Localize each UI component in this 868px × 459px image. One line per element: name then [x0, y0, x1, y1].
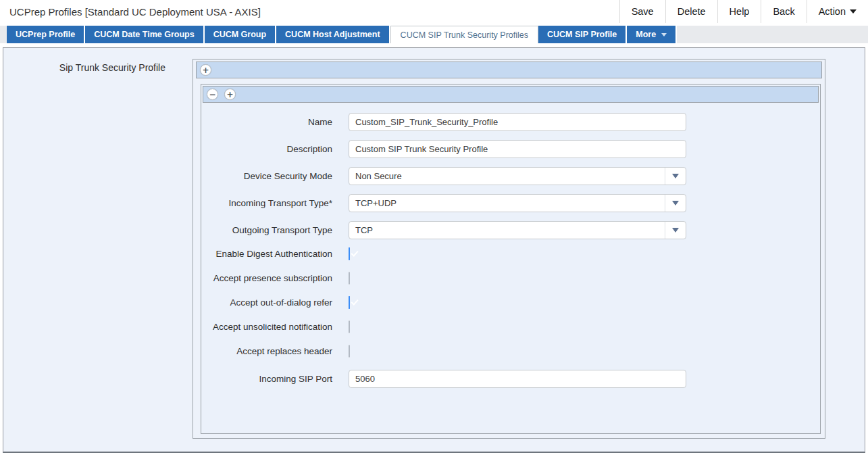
tab-more-menu[interactable]: More [627, 26, 677, 43]
profile-item-container: − + Name Description Device Security Mod… [201, 84, 821, 434]
incoming-transport-type-select[interactable]: TCP+UDP [349, 194, 686, 212]
title-bar: UCPrep Profiles [Standard UC Deployment … [0, 0, 868, 23]
incoming-transport-type-value: TCP+UDP [349, 195, 665, 212]
incoming-transport-type-label: Incoming Transport Type* [207, 194, 332, 212]
form-row-outgoing-transport-type: Outgoing Transport Type TCP [207, 221, 819, 239]
dropdown-arrow-icon[interactable] [665, 168, 686, 185]
device-security-mode-select[interactable]: Non Secure [349, 167, 686, 185]
form-row-description: Description [207, 140, 819, 158]
name-input[interactable] [349, 113, 686, 131]
add-profile-bar: + [196, 62, 822, 78]
incoming-sip-port-label: Incoming SIP Port [207, 370, 332, 388]
form-row-device-security-mode: Device Security Mode Non Secure [207, 167, 819, 185]
accept-unsolicited-notification-label: Accept unsolicited notification [207, 321, 332, 333]
profile-item-header-bar: − + [203, 86, 819, 103]
form-row-accept-presence-subscription: Accept presence subscription [207, 272, 819, 285]
form-row-accept-out-of-dialog-refer: Accept out-of-dialog refer [207, 297, 819, 309]
back-button[interactable]: Back [761, 0, 806, 23]
top-action-buttons: Save Delete Help Back Action [619, 0, 868, 23]
incoming-sip-port-input[interactable] [349, 370, 686, 388]
outgoing-transport-type-select[interactable]: TCP [349, 221, 686, 239]
outgoing-transport-type-value: TCP [349, 222, 665, 239]
action-button-label: Action [819, 6, 846, 17]
save-button[interactable]: Save [619, 0, 665, 23]
description-label: Description [207, 140, 332, 158]
tab-bar: UCPrep Profile CUCM Date Time Groups CUC… [0, 26, 868, 43]
action-menu-button[interactable]: Action [807, 0, 868, 23]
dropdown-arrow-icon[interactable] [665, 222, 686, 239]
device-security-mode-label: Device Security Mode [207, 167, 332, 185]
remove-profile-button[interactable]: − [207, 89, 218, 100]
form-column: + − + Name Description [193, 48, 825, 452]
add-profile-item-button[interactable]: + [224, 89, 236, 100]
form-row-accept-unsolicited-notification: Accept unsolicited notification [207, 321, 819, 333]
delete-button[interactable]: Delete [665, 0, 717, 23]
form-row-enable-digest-authentication: Enable Digest Authentication [207, 248, 819, 260]
caret-down-icon [850, 9, 857, 14]
help-button[interactable]: Help [717, 0, 761, 23]
tab-cucm-sip-profile[interactable]: CUCM SIP Profile [538, 26, 627, 43]
tab-ucprep-profile[interactable]: UCPrep Profile [7, 26, 85, 43]
accept-presence-subscription-checkbox[interactable] [349, 272, 350, 285]
triangle-down-icon [672, 201, 679, 206]
triangle-down-icon [672, 174, 679, 178]
chevron-down-icon [661, 33, 667, 37]
enable-digest-authentication-label: Enable Digest Authentication [207, 248, 332, 260]
delete-button-label: Delete [678, 6, 706, 17]
name-label: Name [207, 113, 332, 131]
enable-digest-authentication-checkbox[interactable] [349, 247, 350, 260]
tab-cucm-date-time-groups[interactable]: CUCM Date Time Groups [85, 26, 204, 43]
triangle-down-icon [672, 228, 679, 233]
accept-unsolicited-notification-checkbox[interactable] [349, 320, 350, 333]
help-button-label: Help [730, 6, 750, 17]
section-label: Sip Trunk Security Profile [59, 62, 165, 73]
accept-presence-subscription-label: Accept presence subscription [207, 272, 332, 285]
page-title: UCPrep Profiles [Standard UC Deployment … [0, 6, 261, 18]
form-row-accept-replaces-header: Accept replaces header [207, 345, 819, 358]
tab-bar-filler [677, 26, 868, 43]
accept-replaces-header-label: Accept replaces header [207, 345, 332, 358]
tab-cucm-sip-trunk-security-profiles[interactable]: CUCM SIP Trunk Security Profiles [390, 26, 538, 43]
add-profile-button[interactable]: + [200, 64, 211, 76]
accept-replaces-header-checkbox[interactable] [349, 345, 350, 358]
save-button-label: Save [632, 6, 654, 17]
form-row-name: Name [207, 113, 819, 131]
tab-cucm-host-adjustment[interactable]: CUCM Host Adjustment [276, 26, 390, 43]
tab-bar-lead-spacer [0, 26, 7, 43]
device-security-mode-value: Non Secure [349, 168, 665, 185]
content-panel: Sip Trunk Security Profile + − + Name [3, 47, 865, 453]
profile-group-container: + − + Name Description [193, 59, 825, 439]
form-row-incoming-transport-type: Incoming Transport Type* TCP+UDP [207, 194, 819, 212]
form-row-incoming-sip-port: Incoming SIP Port [207, 370, 819, 388]
sip-trunk-security-form: Name Description Device Security Mode No… [203, 103, 819, 397]
tab-more-label: More [636, 30, 656, 39]
back-button-label: Back [773, 6, 794, 17]
section-label-column: Sip Trunk Security Profile [3, 48, 178, 452]
outgoing-transport-type-label: Outgoing Transport Type [207, 221, 332, 239]
description-input[interactable] [349, 140, 686, 158]
dropdown-arrow-icon[interactable] [665, 195, 686, 212]
accept-out-of-dialog-refer-label: Accept out-of-dialog refer [207, 297, 332, 309]
tab-cucm-group[interactable]: CUCM Group [205, 26, 276, 43]
accept-out-of-dialog-refer-checkbox[interactable] [349, 296, 350, 309]
